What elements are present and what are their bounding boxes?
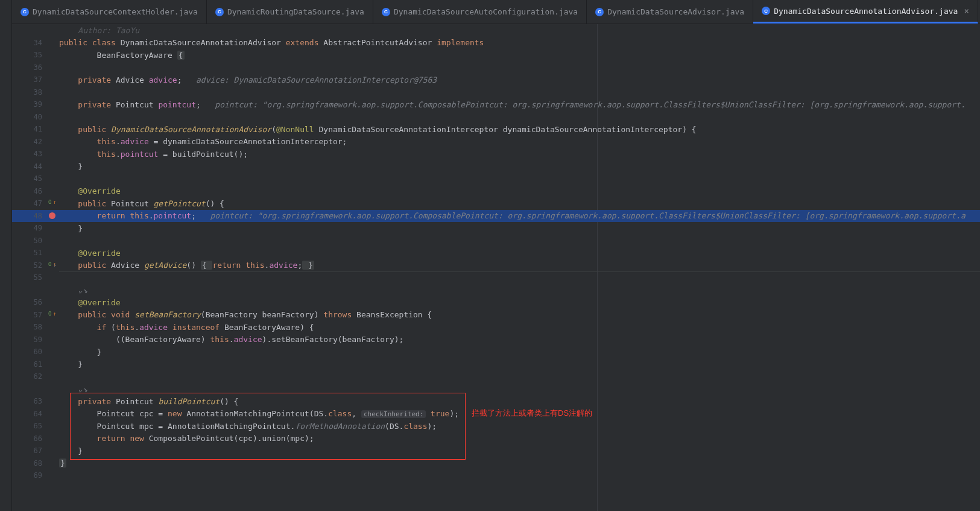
code-line[interactable]: 66 return new ComposablePointcut(cpc).un… xyxy=(12,433,980,445)
code-line[interactable]: 45 xyxy=(12,173,980,185)
code-line[interactable]: 65 Pointcut mpc = AnnotationMatchingPoin… xyxy=(12,420,980,433)
code-line[interactable]: 58 if (this.advice instanceof BeanFactor… xyxy=(12,321,980,334)
code-line[interactable]: 41 public DynamicDataSourceAnnotationAdv… xyxy=(12,123,980,136)
line-number-gutter[interactable]: 56 xyxy=(12,298,59,306)
editor-tab[interactable]: DynamicRoutingDataSource.java xyxy=(207,0,373,24)
line-number-gutter[interactable]: 64 xyxy=(12,410,59,418)
code-content[interactable]: ⌄↘ xyxy=(59,384,980,393)
line-number-gutter[interactable]: 65 xyxy=(12,422,59,430)
code-line[interactable]: 46 @Override xyxy=(12,185,980,198)
code-line[interactable]: 57 public void setBeanFactory(BeanFactor… xyxy=(12,309,980,322)
code-line[interactable]: 50 xyxy=(12,235,980,247)
line-number-gutter[interactable]: 45 xyxy=(12,174,59,183)
code-line[interactable]: 60 } xyxy=(12,346,980,358)
code-line[interactable]: 67 } xyxy=(12,445,980,457)
code-line[interactable]: 51 @Override xyxy=(12,247,980,259)
activity-bar[interactable] xyxy=(0,0,12,511)
code-line[interactable]: 69 xyxy=(12,469,980,482)
code-content[interactable]: ⌄↘ xyxy=(59,285,980,294)
code-line[interactable]: 56 @Override xyxy=(12,296,980,309)
code-line[interactable]: 49 } xyxy=(12,222,980,235)
line-number-gutter[interactable]: 38 xyxy=(12,88,59,97)
code-line[interactable]: 62 xyxy=(12,370,980,383)
line-number-gutter[interactable]: 55 xyxy=(12,273,59,282)
override-icon[interactable] xyxy=(48,199,57,208)
code-content[interactable]: } xyxy=(59,360,980,369)
editor-tab[interactable]: DynamicDataSourceAnnotationAdvisor.java× xyxy=(753,0,978,24)
code-line[interactable]: 37 private Advice advice; advice: Dynami… xyxy=(12,74,980,86)
code-content[interactable]: @Override xyxy=(59,186,980,195)
code-content[interactable]: if (this.advice instanceof BeanFactoryAw… xyxy=(59,323,980,332)
code-line[interactable]: 68} xyxy=(12,457,980,470)
code-line[interactable]: 43 this.pointcut = buildPointcut(); xyxy=(12,148,980,160)
code-line[interactable]: 42 this.advice = dynamicDataSourceAnnota… xyxy=(12,136,980,148)
line-number-gutter[interactable]: 62 xyxy=(12,372,59,381)
line-number-gutter[interactable]: 51 xyxy=(12,249,59,257)
code-line[interactable]: 63 private Pointcut buildPointcut() { xyxy=(12,395,980,408)
line-number-gutter[interactable]: 49 xyxy=(12,224,59,232)
code-line[interactable]: Author: TaoYu xyxy=(12,24,980,37)
code-content[interactable]: } xyxy=(59,459,980,468)
line-number-gutter[interactable]: 46 xyxy=(12,187,59,195)
line-number-gutter[interactable]: 47 xyxy=(12,199,59,208)
close-icon[interactable]: × xyxy=(964,6,969,16)
line-number-gutter[interactable]: 52› xyxy=(12,261,59,270)
line-number-gutter[interactable]: 59 xyxy=(12,335,59,344)
code-content[interactable]: private Pointcut pointcut; pointcut: "or… xyxy=(59,100,980,109)
override-icon[interactable] xyxy=(48,311,57,319)
code-line[interactable]: ⌄↘ xyxy=(12,284,980,297)
breakpoint-icon[interactable] xyxy=(49,212,55,219)
line-number-gutter[interactable]: 67 xyxy=(12,446,59,455)
code-content[interactable]: @Override xyxy=(59,249,980,258)
line-number-gutter[interactable]: 41 xyxy=(12,125,59,133)
line-number-gutter[interactable]: 50 xyxy=(12,236,59,245)
code-line[interactable]: 39 private Pointcut pointcut; pointcut: … xyxy=(12,98,980,111)
code-line[interactable]: 34public class DynamicDataSourceAnnotati… xyxy=(12,37,980,49)
code-content[interactable]: } xyxy=(59,446,980,455)
code-line[interactable]: 47 public Pointcut getPointcut() { xyxy=(12,197,980,210)
code-content[interactable]: return new ComposablePointcut(cpc).union… xyxy=(59,434,980,443)
code-content[interactable]: Pointcut mpc = AnnotationMatchingPointcu… xyxy=(59,422,980,431)
code-editor[interactable]: Author: TaoYu34public class DynamicDataS… xyxy=(12,24,980,511)
code-line[interactable]: 61 } xyxy=(12,358,980,371)
editor-tab[interactable]: DynamicDataSourceContextHolder.java xyxy=(12,0,207,24)
code-line[interactable]: 55 xyxy=(12,271,980,284)
line-number-gutter[interactable]: 48 xyxy=(12,212,59,220)
code-line[interactable]: 35 BeanFactoryAware { xyxy=(12,49,980,62)
line-number-gutter[interactable]: 57 xyxy=(12,311,59,319)
code-content[interactable]: private Advice advice; advice: DynamicDa… xyxy=(59,75,980,84)
code-content[interactable]: } xyxy=(59,348,980,357)
code-content[interactable]: this.advice = dynamicDataSourceAnnotatio… xyxy=(59,137,980,146)
code-content[interactable]: public DynamicDataSourceAnnotationAdviso… xyxy=(59,125,980,134)
code-content[interactable]: Author: TaoYu xyxy=(59,26,980,35)
code-content[interactable]: return this.pointcut; pointcut: "org.spr… xyxy=(59,211,980,220)
code-line[interactable]: 40 xyxy=(12,111,980,124)
code-content[interactable]: @Override xyxy=(59,298,980,307)
code-content[interactable]: public Advice getAdvice() { return this.… xyxy=(59,261,980,270)
editor-tab[interactable]: DynamicDataSourceAdvisor.java xyxy=(587,0,753,24)
line-number-gutter[interactable]: 69 xyxy=(12,471,59,480)
line-number-gutter[interactable]: 66 xyxy=(12,434,59,443)
code-line[interactable]: 48 return this.pointcut; pointcut: "org.… xyxy=(12,210,980,223)
code-line[interactable]: 38 xyxy=(12,86,980,99)
code-content[interactable]: public void setBeanFactory(BeanFactory b… xyxy=(59,310,980,319)
line-number-gutter[interactable]: 40 xyxy=(12,113,59,121)
editor-tab[interactable]: DynamicDataSourceAutoConfiguration.java xyxy=(373,0,587,24)
line-number-gutter[interactable]: 44 xyxy=(12,162,59,171)
code-line[interactable]: 44 } xyxy=(12,160,980,173)
code-line[interactable]: 52› public Advice getAdvice() { return t… xyxy=(12,259,980,272)
code-content[interactable]: public class DynamicDataSourceAnnotation… xyxy=(59,38,980,47)
line-number-gutter[interactable]: 61 xyxy=(12,360,59,369)
code-content[interactable]: private Pointcut buildPointcut() { xyxy=(59,397,980,406)
code-content[interactable]: } xyxy=(59,224,980,233)
line-number-gutter[interactable]: 60 xyxy=(12,348,59,356)
line-number-gutter[interactable]: 68 xyxy=(12,459,59,468)
code-content[interactable]: public Pointcut getPointcut() { xyxy=(59,199,980,208)
code-content[interactable]: ((BeanFactoryAware) this.advice).setBean… xyxy=(59,335,980,344)
line-number-gutter[interactable]: 37 xyxy=(12,75,59,84)
code-content[interactable]: } xyxy=(59,162,980,171)
line-number-gutter[interactable]: 63 xyxy=(12,397,59,405)
line-number-gutter[interactable]: 35 xyxy=(12,51,59,59)
line-number-gutter[interactable]: 36 xyxy=(12,63,59,72)
line-number-gutter[interactable]: 43 xyxy=(12,150,59,158)
